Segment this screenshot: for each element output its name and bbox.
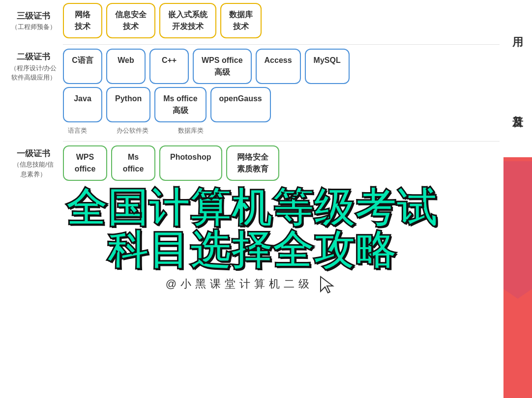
right-bar-pu: 普及 [503, 59, 532, 157]
divider2 [63, 141, 500, 142]
right-bar-top: 用 [503, 0, 532, 59]
level2-section: 二级证书 （程序设计/办公软件高级应用） C语言 Web C++ WPS off… [4, 49, 500, 135]
list-item: Ms office高级 [154, 87, 206, 122]
content-area: 三级证书 （工程师预备） 网络技术 信息安全技术 嵌入式系统开发技术 数据库技术… [0, 0, 503, 297]
svg-marker-1 [503, 289, 532, 299]
level1-label: 一级证书 （信息技能/信息素养） [4, 147, 63, 179]
divider1 [63, 44, 500, 45]
level3-label: 三级证书 （工程师预备） [4, 10, 63, 32]
list-item: MySQL [305, 49, 350, 84]
svg-rect-0 [503, 161, 532, 289]
level2-row1: C语言 Web C++ WPS office高级 Access MySQL [63, 49, 500, 84]
list-item: 信息安全技术 [106, 3, 155, 38]
cat-label-language: 语言类 [68, 126, 87, 135]
level1-section: 一级证书 （信息技能/信息素养） WPSoffice Msoffice Phot… [4, 145, 500, 181]
level3-subtitle: （工程师预备） [4, 22, 63, 32]
right-label-puji: 普及 [510, 106, 525, 110]
right-bar-arrow [503, 157, 532, 398]
list-item: 网络技术 [63, 3, 102, 38]
category-labels: 语言类 办公软件类 数据库类 [63, 126, 500, 135]
list-item: C语言 [63, 49, 102, 84]
right-bar: 用 普及 [503, 0, 532, 398]
subtitle: @小黑课堂计算机二级 [4, 274, 500, 294]
big-title-area: 全国计算机等级考试 科目选择全攻略 @小黑课堂计算机二级 [4, 187, 500, 294]
list-item: Msoffice [111, 145, 155, 181]
list-item: Java [63, 87, 102, 122]
list-item: WPS office高级 [193, 49, 252, 84]
list-item: Photoshop [159, 145, 222, 181]
list-item: 数据库技术 [220, 3, 262, 38]
cursor-icon [318, 274, 338, 294]
right-label-yong: 用 [510, 28, 525, 30]
level1-items: WPSoffice Msoffice Photoshop 网络安全素质教育 [63, 145, 500, 181]
down-arrow-svg [503, 161, 532, 299]
list-item: Web [106, 49, 146, 84]
list-item: openGauss [210, 87, 271, 122]
list-item: Python [106, 87, 150, 122]
level3-title: 三级证书 [4, 10, 63, 23]
svg-marker-2 [321, 277, 333, 293]
level2-items: C语言 Web C++ WPS office高级 Access MySQL Ja… [63, 49, 500, 135]
list-item: 嵌入式系统开发技术 [159, 3, 216, 38]
cat-label-office: 办公软件类 [117, 126, 148, 135]
level3-section: 三级证书 （工程师预备） 网络技术 信息安全技术 嵌入式系统开发技术 数据库技术 [4, 3, 500, 38]
list-item: Access [256, 49, 301, 84]
list-item: WPSoffice [63, 145, 107, 181]
level2-subtitle: （程序设计/办公软件高级应用） [4, 63, 63, 83]
list-item: 网络安全素质教育 [226, 145, 279, 181]
big-title-line2: 科目选择全攻略 [4, 229, 500, 271]
subtitle-text: @小黑课堂计算机二级 [166, 277, 313, 291]
big-title-line1: 全国计算机等级考试 [4, 187, 500, 229]
level2-label: 二级证书 （程序设计/办公软件高级应用） [4, 51, 63, 83]
level1-title: 一级证书 [4, 147, 63, 160]
list-item: C++ [149, 49, 189, 84]
level2-title: 二级证书 [4, 51, 63, 63]
main-container: 用 普及 三级证书 （工程师预备） 网络技术 信息安全技术 嵌入式系统开发技术 [0, 0, 532, 398]
level1-subtitle: （信息技能/信息素养） [4, 160, 63, 179]
level3-items: 网络技术 信息安全技术 嵌入式系统开发技术 数据库技术 [63, 3, 500, 38]
cat-label-db: 数据库类 [178, 126, 204, 135]
level2-row2: Java Python Ms office高级 openGauss [63, 87, 500, 122]
